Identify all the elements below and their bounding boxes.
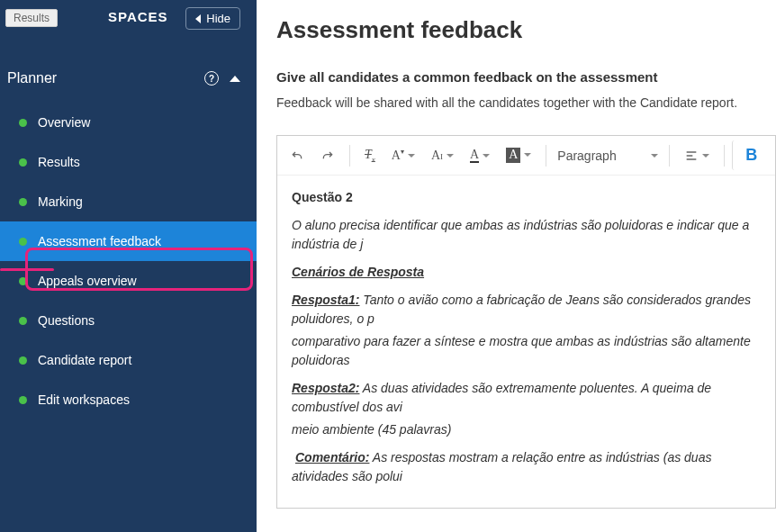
status-dot-icon — [19, 198, 27, 206]
sidebar-item-edit-workspaces[interactable]: Edit workspaces — [0, 380, 257, 419]
rich-text-editor: Tx A▾ AI A A — [276, 135, 776, 509]
results-badge: Results — [5, 9, 58, 27]
response-1-label: Resposta1: — [292, 293, 359, 307]
text-color-button[interactable]: A — [463, 143, 497, 168]
toolbar-separator — [349, 145, 350, 167]
sidebar-item-label: Results — [38, 155, 80, 169]
response-2-line2: meio ambiente (45 palavras) — [292, 420, 761, 439]
bold-icon: B — [745, 146, 757, 165]
undo-button[interactable] — [283, 143, 311, 168]
sidebar-item-label: Assessment feedback — [38, 234, 161, 248]
scenarios-heading: Cenários de Resposta — [292, 265, 424, 279]
sidebar-item-label: Candidate report — [38, 353, 131, 367]
sidebar-item-label: Overview — [38, 115, 90, 130]
highlight-color-button[interactable]: A — [499, 142, 538, 168]
align-icon — [684, 149, 699, 163]
sidebar-item-candidate-report[interactable]: Candidate report — [0, 340, 257, 380]
editor-toolbar: Tx A▾ AI A A — [277, 136, 775, 176]
sidebar-item-appeals-overview[interactable]: Appeals overview — [0, 261, 257, 301]
font-family-icon: AI — [431, 149, 443, 163]
hide-button[interactable]: Hide — [185, 7, 240, 30]
toolbar-separator — [546, 145, 546, 167]
question-intro: O aluno precisa identificar que ambas as… — [292, 216, 761, 254]
toolbar-separator — [669, 145, 670, 167]
clear-formatting-button[interactable]: Tx — [357, 142, 383, 169]
redo-icon — [320, 149, 335, 163]
page-title: Assessment feedback — [276, 16, 776, 44]
sidebar-item-questions[interactable]: Questions — [0, 301, 257, 340]
editor-content-area[interactable]: Questão 2 O aluno precisa identificar qu… — [277, 176, 775, 508]
sidebar-item-overview[interactable]: Overview — [0, 103, 257, 142]
comment-label: Comentário: — [292, 450, 369, 464]
chevron-down-icon — [524, 153, 531, 157]
sidebar-item-assessment-feedback[interactable]: Assessment feedback — [0, 221, 257, 261]
font-size-icon: A▾ — [392, 148, 404, 163]
planner-header: Planner ? — [0, 43, 257, 103]
paragraph-style-select[interactable]: Paragraph — [554, 143, 662, 168]
paragraph-label: Paragraph — [557, 149, 616, 163]
help-icon[interactable]: ? — [204, 71, 219, 86]
status-dot-icon — [19, 238, 27, 246]
main-content: Assessment feedback Give all candidates … — [257, 0, 776, 532]
sidebar: Results SPACES Hide Planner ? Overview R… — [0, 0, 257, 532]
redo-button[interactable] — [313, 143, 342, 168]
status-dot-icon — [19, 158, 27, 167]
font-family-button[interactable]: AI — [424, 143, 461, 168]
toolbar-separator — [724, 145, 725, 167]
sidebar-item-label: Appeals overview — [38, 274, 137, 288]
page-description: Feedback will be shared with all the can… — [276, 95, 776, 110]
clear-format-icon: Tx — [365, 148, 375, 164]
hide-label: Hide — [206, 12, 230, 25]
response-1-line2: comparativo para fazer a síntese e mostr… — [292, 332, 761, 370]
sidebar-item-marking[interactable]: Marking — [0, 182, 257, 221]
font-size-button[interactable]: A▾ — [384, 142, 422, 168]
response-1-text: Tanto o avião como a fabricação de Jeans… — [292, 293, 751, 326]
chevron-down-icon — [651, 154, 658, 158]
bold-button[interactable]: B — [732, 140, 764, 170]
highlight-icon: A — [506, 148, 520, 163]
response-2-label: Resposta2: — [292, 381, 359, 395]
status-dot-icon — [19, 119, 27, 127]
sidebar-item-label: Edit workspaces — [38, 392, 130, 407]
alignment-button[interactable] — [677, 143, 717, 168]
sidebar-top: Results SPACES Hide — [0, 0, 257, 43]
sidebar-item-label: Questions — [38, 313, 95, 328]
comment: Comentário: As respostas mostram a relaç… — [292, 448, 761, 486]
collapse-icon[interactable] — [230, 76, 240, 82]
page-subtitle: Give all candidates a common feedback on… — [276, 69, 776, 85]
chevron-left-icon — [195, 14, 201, 23]
spaces-label: SPACES — [108, 9, 168, 24]
sidebar-nav: Overview Results Marking Assessment feed… — [0, 103, 257, 419]
sidebar-item-results[interactable]: Results — [0, 142, 257, 182]
undo-icon — [290, 149, 304, 163]
status-dot-icon — [19, 356, 27, 365]
status-dot-icon — [19, 396, 27, 404]
chevron-down-icon — [408, 154, 415, 158]
planner-title: Planner — [7, 70, 57, 86]
chevron-down-icon — [483, 154, 490, 158]
chevron-down-icon — [447, 154, 454, 158]
status-dot-icon — [19, 317, 27, 325]
question-title: Questão 2 — [292, 188, 761, 207]
chevron-down-icon — [702, 154, 709, 158]
response-1: Resposta1: Tanto o avião como a fabricaç… — [292, 291, 761, 329]
status-dot-icon — [19, 277, 27, 285]
sidebar-item-label: Marking — [38, 194, 83, 209]
text-color-icon: A — [470, 149, 479, 163]
response-2: Resposta2: As duas atividades são extrem… — [292, 379, 761, 417]
